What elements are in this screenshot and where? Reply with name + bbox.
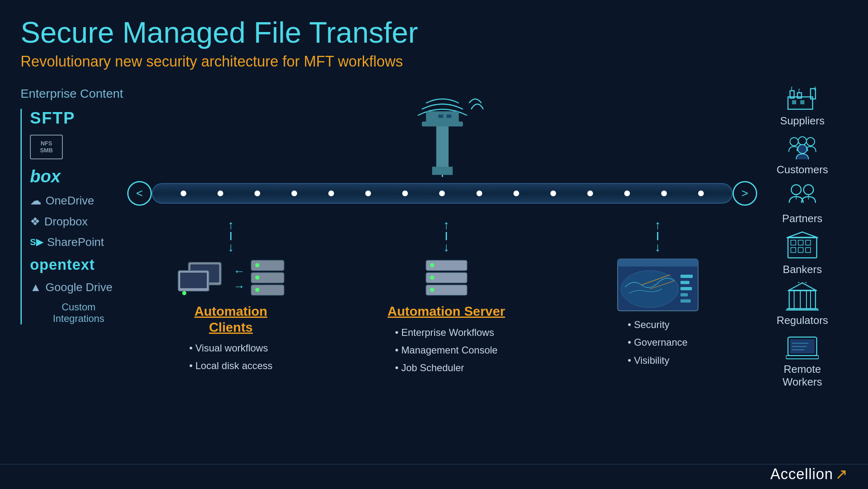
remote-workers-label: RemoteWorkers: [783, 363, 822, 388]
svg-rect-4: [438, 115, 443, 118]
customers-item: Customers: [776, 133, 828, 176]
belt-dot: [587, 191, 593, 196]
item-visibility: Visibility: [628, 351, 688, 369]
suppliers-icon: [786, 87, 819, 111]
enterprise-label: Enterprise Content: [21, 87, 127, 101]
svg-rect-55: [798, 248, 803, 253]
vert-arrow-clients: ↑↓: [228, 218, 234, 254]
automation-clients-title: AutomationClients: [195, 303, 268, 335]
svg-rect-56: [806, 248, 811, 253]
item-job-scheduler: Job Scheduler: [395, 359, 498, 377]
custom-integrations-item: CustomIntegrations: [30, 301, 127, 324]
vert-arrow-server: ↑↓: [443, 218, 449, 254]
bankers-icon: [786, 231, 819, 260]
googledrive-icon: ▲: [30, 281, 41, 294]
security-col: ↑↓: [600, 218, 715, 369]
belt-left-arrow[interactable]: <: [127, 181, 152, 206]
partners-item: Partners: [782, 182, 822, 225]
svg-rect-2: [422, 122, 463, 126]
main-title: Secure Managed File Transfer: [21, 16, 847, 49]
nfs-smb-item: NFS SMB: [30, 135, 63, 159]
svg-point-42: [790, 138, 798, 146]
svg-rect-34: [680, 293, 688, 296]
onedrive-icon: ☁: [30, 194, 41, 207]
automation-clients-col: ↑↓: [169, 218, 293, 374]
belt-dot: [550, 191, 556, 196]
content-area: Enterprise Content SFTP NFS SMB box ☁ On…: [21, 87, 847, 469]
svg-rect-32: [680, 281, 689, 284]
svg-rect-58: [789, 290, 815, 309]
belt-dot: [218, 191, 223, 196]
item-local-disk: Local disk access: [189, 357, 273, 374]
accellion-text: Accellion: [770, 466, 833, 483]
sharepoint-item: S▶ SharePoint: [30, 236, 127, 249]
bottom-divider: [0, 464, 868, 464]
svg-point-46: [791, 185, 801, 195]
subtitle: Revolutionary new security architecture …: [21, 53, 847, 70]
svg-point-48: [804, 185, 813, 195]
bankers-label: Bankers: [783, 263, 822, 276]
vert-arrow-security: ↑↓: [655, 218, 661, 254]
main-container: Secure Managed File Transfer Revolutiona…: [0, 0, 868, 489]
left-items: SFTP NFS SMB box ☁ OneDrive ❖ Dropbox S▶…: [21, 109, 127, 324]
belt-dot: [328, 191, 334, 196]
belt-dot: [513, 191, 519, 196]
box-item: box: [30, 167, 127, 186]
item-security: Security: [628, 316, 688, 333]
automation-server-items: Enterprise Workflows Management Console …: [395, 324, 498, 377]
remote-workers-item: RemoteWorkers: [783, 333, 822, 388]
opentext-item: opentext: [30, 256, 127, 273]
center-column-wrapper: <: [127, 87, 757, 377]
right-panel: Suppliers Customers: [757, 87, 847, 469]
svg-rect-35: [680, 299, 691, 303]
belt-dot: [439, 191, 445, 196]
svg-rect-52: [798, 240, 803, 245]
svg-point-45: [798, 145, 807, 154]
customers-label: Customers: [776, 163, 828, 176]
center-panel: <: [127, 87, 757, 469]
sftp-item: SFTP: [30, 109, 127, 127]
svg-point-17: [255, 275, 259, 280]
left-panel: Enterprise Content SFTP NFS SMB box ☁ On…: [21, 87, 127, 469]
suppliers-label: Suppliers: [780, 115, 824, 127]
accellion-logo: Accellion ↗: [770, 466, 847, 483]
svg-point-44: [806, 138, 815, 146]
item-governance: Governance: [628, 333, 688, 351]
googledrive-item: ▲ Google Drive: [30, 281, 127, 294]
svg-rect-33: [680, 287, 692, 290]
sharepoint-icon: S▶: [30, 237, 43, 248]
svg-rect-53: [806, 240, 811, 245]
clients-visual: ← →: [176, 258, 286, 299]
dropbox-item: ❖ Dropbox: [30, 215, 127, 228]
svg-rect-5: [447, 115, 451, 118]
belt-track: [152, 183, 733, 204]
svg-rect-51: [791, 240, 796, 245]
horiz-arrows: ← →: [234, 265, 245, 293]
svg-point-19: [255, 288, 259, 292]
security-items: Security Governance Visibility: [628, 316, 688, 369]
remote-workers-icon: [786, 333, 819, 360]
belt-right-arrow[interactable]: >: [733, 181, 757, 206]
customers-icon: [784, 133, 821, 160]
dashboard-icon: [617, 258, 699, 312]
server-rack-icon: [249, 258, 286, 299]
belt-dot: [698, 191, 704, 196]
belt-dot: [254, 191, 260, 196]
onedrive-item: ☁ OneDrive: [30, 194, 127, 207]
svg-point-25: [430, 288, 434, 292]
belt-dot: [661, 191, 667, 196]
partners-label: Partners: [782, 212, 822, 225]
belt-dot: [476, 191, 482, 196]
suppliers-item: Suppliers: [780, 87, 824, 127]
svg-point-21: [430, 263, 434, 267]
svg-rect-54: [791, 248, 796, 253]
accellion-arrow-icon: ↗: [835, 466, 847, 483]
bottom-section: ↑↓: [127, 218, 757, 377]
svg-rect-27: [618, 259, 698, 266]
item-management-console: Management Console: [395, 341, 498, 359]
automation-server-title: Automation Server: [387, 303, 505, 319]
svg-rect-12: [180, 273, 207, 288]
svg-rect-31: [680, 275, 693, 278]
regulators-icon: [786, 282, 819, 311]
server-rack-center-icon: [424, 258, 469, 299]
